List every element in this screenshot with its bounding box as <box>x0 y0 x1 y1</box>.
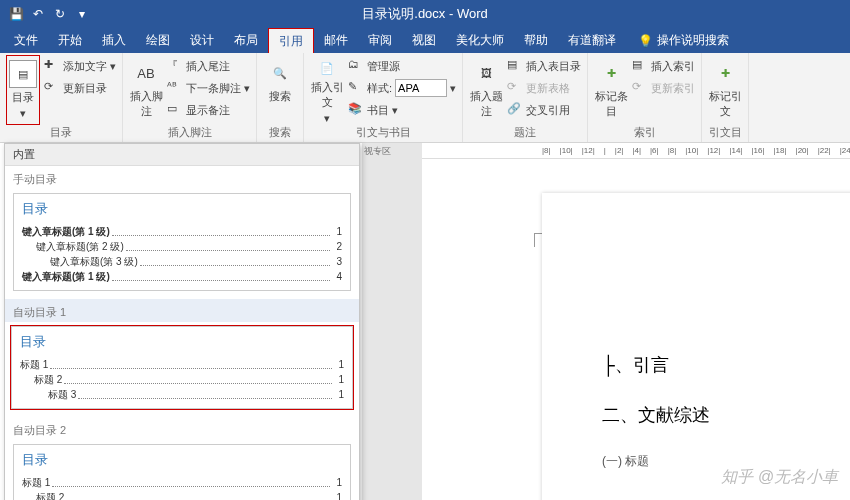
tab-insert[interactable]: 插入 <box>92 28 136 53</box>
group-label-toa: 引文目 <box>708 125 742 142</box>
group-label-citations: 引文与书目 <box>310 125 456 142</box>
tab-youdao[interactable]: 有道翻译 <box>558 28 626 53</box>
insert-fig-toc-button[interactable]: ▤插入表目录 <box>507 55 581 77</box>
dropdown-header-builtin: 内置 <box>5 144 359 166</box>
toc-option-auto2[interactable]: 目录 标题 11 标题 21 标题 31 <box>13 444 351 500</box>
mark-entry-icon: ✚ <box>597 59 625 87</box>
update-icon: ⟳ <box>44 80 60 96</box>
document-page[interactable]: ├、引言 二、文献综述 (一) 标题 <box>542 193 850 500</box>
group-label-search: 搜索 <box>263 125 297 142</box>
undo-icon[interactable]: ↶ <box>30 6 46 22</box>
window-title: 目录说明.docx - Word <box>362 5 487 23</box>
group-label-index: 索引 <box>594 125 695 142</box>
search-button[interactable]: 🔍 搜索 <box>263 55 297 125</box>
tab-layout[interactable]: 布局 <box>224 28 268 53</box>
heading-1: ├、引言 <box>602 353 850 377</box>
tell-me-label: 操作说明搜索 <box>657 32 729 49</box>
footnote-icon: AB <box>132 59 160 87</box>
update-toc-button[interactable]: ⟳更新目录 <box>44 77 116 99</box>
heading-1: 二、文献综述 <box>602 403 850 427</box>
chevron-down-icon: ▾ <box>20 107 26 120</box>
add-text-icon: ✚ <box>44 58 60 74</box>
sources-icon: 🗂 <box>348 58 364 74</box>
crossref-icon: 🔗 <box>507 102 523 118</box>
group-toc: ▤ 目录▾ ✚添加文字 ▾ ⟳更新目录 目录 <box>0 53 123 142</box>
show-notes-button[interactable]: ▭显示备注 <box>167 99 250 121</box>
group-toa: ✚ 标记引文 引文目 <box>702 53 749 142</box>
endnote-icon: 『 <box>167 58 183 74</box>
manage-sources-button[interactable]: 🗂管理源 <box>348 55 456 77</box>
next-footnote-button[interactable]: ᴬᴮ下一条脚注 ▾ <box>167 77 250 99</box>
insert-caption-button[interactable]: 🖼 插入题注 <box>469 55 503 125</box>
quick-access-toolbar: 💾 ↶ ↻ ▾ <box>0 6 90 22</box>
next-icon: ᴬᴮ <box>167 80 183 96</box>
tab-home[interactable]: 开始 <box>48 28 92 53</box>
biblio-icon: 📚 <box>348 102 364 118</box>
mark-citation-button[interactable]: ✚ 标记引文 <box>708 55 742 125</box>
group-label-footnotes: 插入脚注 <box>129 125 250 142</box>
insert-endnote-button[interactable]: 『插入尾注 <box>167 55 250 77</box>
cross-ref-button[interactable]: 🔗交叉引用 <box>507 99 581 121</box>
insert-citation-button[interactable]: 📄 插入引文▾ <box>310 55 344 125</box>
mark-entry-button[interactable]: ✚ 标记条目 <box>594 55 628 125</box>
group-search: 🔍 搜索 搜索 <box>257 53 304 142</box>
style-icon: ✎ <box>348 80 364 96</box>
tab-file[interactable]: 文件 <box>4 28 48 53</box>
update-table-button[interactable]: ⟳更新表格 <box>507 77 581 99</box>
group-label-toc: 目录 <box>6 125 116 142</box>
tab-design[interactable]: 设计 <box>180 28 224 53</box>
update-table-icon: ⟳ <box>507 80 523 96</box>
section-auto2: 自动目录 2 <box>5 417 359 440</box>
group-citations: 📄 插入引文▾ 🗂管理源 ✎样式: ▾ 📚书目 ▾ 引文与书目 <box>304 53 463 142</box>
chevron-down-icon: ▾ <box>324 112 330 125</box>
add-text-button[interactable]: ✚添加文字 ▾ <box>44 55 116 77</box>
menu-bar: 文件 开始 插入 绘图 设计 布局 引用 邮件 审阅 视图 美化大师 帮助 有道… <box>0 28 850 53</box>
qat-more-icon[interactable]: ▾ <box>74 6 90 22</box>
tab-mail[interactable]: 邮件 <box>314 28 358 53</box>
bibliography-button[interactable]: 📚书目 ▾ <box>348 99 456 121</box>
insert-index-icon: ▤ <box>632 58 648 74</box>
group-label-captions: 题注 <box>469 125 581 142</box>
group-captions: 🖼 插入题注 ▤插入表目录 ⟳更新表格 🔗交叉引用 题注 <box>463 53 588 142</box>
tell-me[interactable]: 💡 操作说明搜索 <box>638 28 729 53</box>
group-footnotes: AB 插入脚注 『插入尾注 ᴬᴮ下一条脚注 ▾ ▭显示备注 插入脚注 <box>123 53 257 142</box>
toc-option-manual[interactable]: 目录 键入章标题(第 1 级)1 键入章标题(第 2 级)2 键入章标题(第 3… <box>13 193 351 291</box>
toc-title: 目录 <box>22 200 342 218</box>
toc-dropdown: 内置 手动目录 目录 键入章标题(第 1 级)1 键入章标题(第 2 级)2 键… <box>4 143 360 500</box>
toc-button[interactable]: ▤ 目录▾ <box>6 55 40 125</box>
insert-index-button[interactable]: ▤插入索引 <box>632 55 695 77</box>
section-manual: 手动目录 <box>5 166 359 189</box>
citation-icon: 📄 <box>313 59 341 78</box>
toc-title: 目录 <box>20 333 344 351</box>
mark-citation-icon: ✚ <box>711 59 739 87</box>
save-icon[interactable]: 💾 <box>8 6 24 22</box>
tab-draw[interactable]: 绘图 <box>136 28 180 53</box>
toc-option-auto1[interactable]: 目录 标题 11 标题 21 标题 31 <box>11 326 353 409</box>
tab-review[interactable]: 审阅 <box>358 28 402 53</box>
lightbulb-icon: 💡 <box>638 34 653 48</box>
title-bar: 💾 ↶ ↻ ▾ 目录说明.docx - Word <box>0 0 850 28</box>
insert-footnote-button[interactable]: AB 插入脚注 <box>129 55 163 125</box>
watermark: 知乎 @无名小車 <box>721 467 838 488</box>
toc-title: 目录 <box>22 451 342 469</box>
tab-references[interactable]: 引用 <box>268 28 314 53</box>
toc-icon: ▤ <box>9 60 37 88</box>
ribbon: ▤ 目录▾ ✚添加文字 ▾ ⟳更新目录 目录 AB 插入脚注 『插入尾注 ᴬᴮ下… <box>0 53 850 143</box>
style-row[interactable]: ✎样式: ▾ <box>348 77 456 99</box>
caption-icon: 🖼 <box>472 59 500 87</box>
fig-toc-icon: ▤ <box>507 58 523 74</box>
document-area: 视专区 |8||10||12|||2||4||6||8||10||12||14|… <box>362 143 850 500</box>
redo-icon[interactable]: ↻ <box>52 6 68 22</box>
ruler[interactable]: |8||10||12|||2||4||6||8||10||12||14||16|… <box>422 143 850 159</box>
style-select[interactable] <box>395 79 447 97</box>
search-icon: 🔍 <box>266 59 294 87</box>
group-index: ✚ 标记条目 ▤插入索引 ⟳更新索引 索引 <box>588 53 702 142</box>
nav-pane-hint: 视专区 <box>362 143 422 500</box>
tab-view[interactable]: 视图 <box>402 28 446 53</box>
tab-beautify[interactable]: 美化大师 <box>446 28 514 53</box>
section-auto1: 自动目录 1 <box>5 299 359 322</box>
tab-help[interactable]: 帮助 <box>514 28 558 53</box>
show-icon: ▭ <box>167 102 183 118</box>
update-index-button[interactable]: ⟳更新索引 <box>632 77 695 99</box>
update-index-icon: ⟳ <box>632 80 648 96</box>
